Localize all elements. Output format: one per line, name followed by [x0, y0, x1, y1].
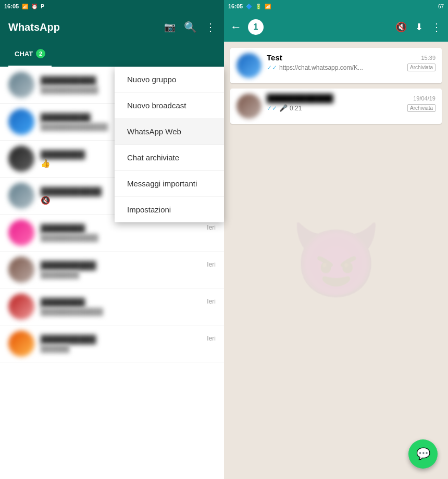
menu-item-impostazioni[interactable]: Impostazioni	[115, 197, 224, 222]
search-icon[interactable]: 🔍	[184, 21, 197, 33]
archived-tag-test: Archiviata	[407, 64, 435, 71]
app-title: WhatsApp	[8, 21, 60, 33]
download-icon[interactable]: ⬇	[411, 17, 427, 37]
chat-preview: 🔇	[41, 196, 51, 205]
wifi-icon: 📶	[265, 4, 271, 9]
chat-name: ███████████	[41, 187, 102, 196]
chat-time: Ieri	[207, 298, 216, 307]
avatar	[8, 146, 34, 172]
preview-duration: 0:21	[290, 105, 302, 112]
status-time-right: 16:05	[228, 3, 243, 9]
chat-preview: ████████	[41, 271, 79, 279]
chat-preview: ████████████	[41, 234, 98, 242]
battery-level: 67	[438, 4, 444, 9]
double-check-test: ✓✓	[267, 64, 277, 71]
unread-count-badge: 1	[248, 19, 264, 35]
chat-preview: 👍	[41, 159, 51, 168]
avatar	[8, 109, 34, 135]
archived-time-voice: 19/04/19	[413, 95, 435, 102]
chat-time: Ieri	[207, 261, 216, 270]
menu-item-chat-archiviate[interactable]: Chat archiviate	[115, 145, 224, 171]
right-header: ← 1 🔇 ⬇ ⋮	[224, 12, 448, 42]
chat-preview: ██████████████	[41, 123, 108, 131]
chat-preview: █████████████	[41, 308, 103, 316]
chat-name: ████████	[41, 224, 85, 233]
alarm-icon: ⏰	[31, 4, 38, 9]
list-item[interactable]: ██████████ Ieri ████████	[0, 251, 224, 288]
chat-preview: ████████████	[41, 86, 98, 94]
chat-name: ████████	[41, 150, 85, 159]
new-chat-fab[interactable]: 💬	[408, 439, 438, 469]
avatar	[8, 294, 34, 320]
more-icon[interactable]: ⋮	[205, 21, 216, 33]
header-icons: 🔇 ⬇ ⋮	[391, 17, 446, 37]
chat-time: Ieri	[207, 224, 216, 233]
archived-name-test: Test	[267, 53, 282, 62]
right-panel: ← 1 🔇 ⬇ ⋮ 😈	[224, 12, 448, 479]
bluetooth-icon: 🔷	[246, 4, 252, 9]
watermark: 😈	[291, 218, 382, 304]
camera-icon[interactable]: 📷	[164, 21, 176, 33]
mute-icon[interactable]: 🔇	[391, 17, 411, 37]
list-item[interactable]: ██████████ Ieri ██████	[0, 325, 224, 362]
left-panel: WhatsApp 📷 🔍 ⋮ CHAT 2	[0, 12, 224, 479]
chat-time: Ieri	[207, 335, 216, 344]
status-bar-right: 16:05 🔷 🔋 📶 67	[224, 0, 448, 12]
battery-icon: 🔋	[255, 4, 262, 9]
dropdown-menu: Nuovo gruppo Nuovo broadcast WhatsApp We…	[115, 67, 224, 222]
tab-chat-label: CHAT	[15, 50, 33, 58]
menu-item-nuovo-broadcast[interactable]: Nuovo broadcast	[115, 93, 224, 119]
menu-item-nuovo-gruppo[interactable]: Nuovo gruppo	[115, 67, 224, 93]
double-check-voice: ✓✓	[267, 105, 277, 112]
list-item[interactable]: ████████ Ieri █████████████	[0, 288, 224, 325]
tabs-bar: CHAT 2	[0, 42, 224, 67]
signal-icon: 📶	[22, 4, 28, 9]
chat-name: █████████	[41, 113, 91, 122]
archived-avatar-test	[237, 53, 262, 78]
menu-item-whatsapp-web[interactable]: WhatsApp Web	[115, 119, 224, 145]
archived-avatar-voice	[237, 94, 262, 119]
avatar	[8, 220, 34, 246]
archived-name-voice: ████████████	[267, 94, 333, 103]
archived-time-test: 15:39	[421, 55, 435, 61]
archived-item-test[interactable]: Test 15:39 ✓✓ https://chat.whatsapp.com/…	[230, 48, 442, 83]
chat-name: ██████████	[41, 261, 96, 270]
archived-item-voice[interactable]: ████████████ 19/04/19 ✓✓ 🎤 0:21 Archivia…	[230, 89, 442, 124]
status-time-left: 16:05	[4, 3, 19, 9]
right-content: 😈 Test 15:39 ✓✓ https://chat.whatsa	[224, 42, 448, 479]
chat-name: ████████	[41, 298, 85, 307]
avatar	[8, 183, 34, 209]
preview-link-test: https://chat.whatsapp.com/K...	[279, 64, 363, 71]
chat-name: ██████████	[41, 335, 96, 344]
avatar	[8, 331, 34, 357]
menu-item-messaggi-importanti[interactable]: Messaggi importanti	[115, 171, 224, 197]
avatar	[8, 72, 34, 98]
left-header: WhatsApp 📷 🔍 ⋮	[0, 12, 224, 42]
more-options-icon[interactable]: ⋮	[427, 17, 446, 37]
tab-chat[interactable]: CHAT 2	[8, 42, 52, 67]
avatar	[8, 257, 34, 283]
back-button[interactable]: ←	[226, 16, 246, 38]
mic-icon: 🎤	[279, 104, 288, 112]
status-bar-left: 16:05 📶 ⏰ P	[0, 0, 224, 12]
chat-preview: ██████	[41, 345, 69, 352]
chat-name: ██████████	[41, 76, 96, 85]
archived-tag-voice: Archiviata	[407, 104, 435, 112]
p-icon: P	[41, 4, 44, 9]
chat-badge: 2	[36, 49, 45, 58]
